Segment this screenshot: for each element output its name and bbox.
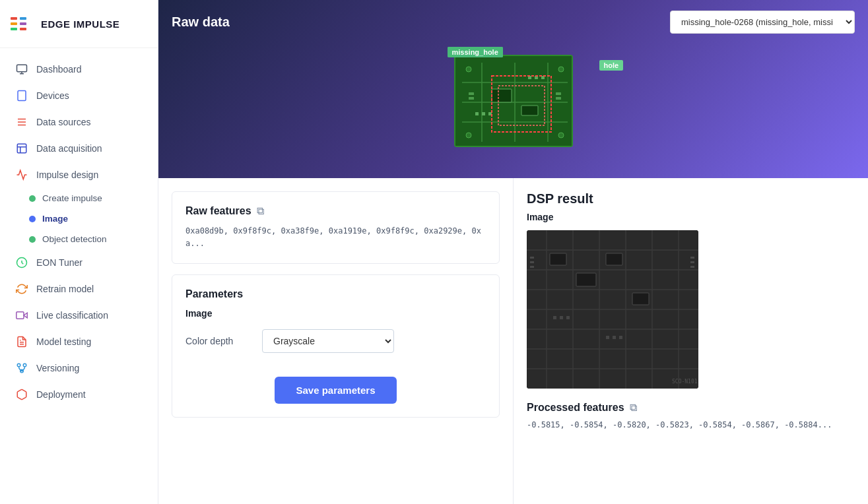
svg-rect-69 [530, 266, 534, 268]
dsp-circuit-svg: SCO-N101 [527, 230, 698, 389]
save-parameters-button[interactable]: Save parameters [275, 377, 396, 404]
svg-point-21 [17, 363, 20, 367]
sidebar-item-deployment[interactable]: Deployment [0, 381, 158, 408]
svg-rect-1 [11, 22, 17, 25]
sidebar-item-retrain-model[interactable]: Retrain model [0, 276, 158, 302]
sidebar-item-label: Versioning [36, 363, 79, 373]
live-icon [15, 309, 28, 322]
logo-text: EDGE IMPULSE [41, 18, 119, 30]
main-content: Raw data missing_hole-0268 (missing_hole… [158, 0, 868, 504]
processed-features-text: -0.5815, -0.5854, -0.5820, -0.5823, -0.5… [527, 419, 855, 431]
sidebar-item-label: Create impulse [42, 193, 102, 203]
logo-icon [11, 12, 34, 36]
svg-rect-0 [11, 17, 17, 20]
raw-features-title: Raw features [185, 205, 251, 217]
parameters-section: Parameters Image Color depth Grayscale R… [172, 274, 500, 418]
svg-rect-6 [17, 65, 27, 72]
sidebar-item-label: Object detection [42, 234, 107, 244]
sidebar-item-live-classification[interactable]: Live classification [0, 302, 158, 329]
svg-point-27 [558, 133, 564, 138]
sidebar-item-data-sources[interactable]: Data sources [0, 109, 158, 135]
params-image-label: Image [185, 308, 486, 319]
svg-rect-40 [475, 112, 479, 115]
svg-rect-65 [606, 253, 622, 265]
dsp-result-title: DSP result [527, 191, 855, 206]
svg-rect-34 [492, 89, 512, 102]
dsp-image-label: Image [527, 212, 855, 222]
copy-processed-icon[interactable]: ⧉ [630, 402, 637, 414]
svg-point-22 [23, 363, 26, 367]
sidebar-item-label: Data acquisition [36, 143, 102, 154]
color-depth-label: Color depth [185, 336, 251, 346]
sidebar-item-image[interactable]: Image [0, 208, 158, 229]
svg-point-26 [466, 133, 471, 138]
sidebar-item-dashboard[interactable]: Dashboard [0, 56, 158, 82]
svg-rect-37 [469, 97, 474, 100]
versioning-icon [15, 362, 28, 375]
testing-icon [15, 335, 28, 348]
raw-data-header: Raw data missing_hole-0268 (missing_hole… [172, 11, 855, 34]
parameters-title: Parameters [185, 288, 243, 300]
color-depth-select[interactable]: Grayscale RGB [262, 329, 394, 353]
sidebar-item-data-acquisition[interactable]: Data acquisition [0, 135, 158, 162]
dsp-image: SCO-N101 [527, 230, 698, 389]
sidebar-item-label: Model testing [36, 336, 91, 347]
pcb-image-container: missing_hole missing_hole hole [454, 55, 573, 147]
processed-features-title: Processed features [527, 402, 624, 414]
svg-rect-14 [17, 144, 26, 153]
dot-icon [29, 195, 36, 202]
data-sources-icon [15, 115, 28, 129]
tablet-icon [15, 89, 28, 102]
svg-rect-2 [11, 28, 17, 30]
svg-rect-74 [560, 316, 563, 319]
svg-point-24 [466, 67, 471, 72]
sample-select[interactable]: missing_hole-0268 (missing_hole, missi [670, 11, 855, 34]
sidebar-item-label: Dashboard [36, 64, 82, 75]
copy-icon[interactable]: ⧉ [257, 205, 264, 217]
svg-rect-35 [521, 106, 538, 115]
svg-rect-9 [18, 91, 26, 101]
svg-rect-38 [556, 92, 561, 95]
image-preview-area: missing_hole missing_hole hole [454, 34, 573, 168]
sidebar-item-model-testing[interactable]: Model testing [0, 329, 158, 355]
svg-rect-72 [690, 266, 694, 268]
pcb-image [454, 55, 573, 147]
data-acq-icon [15, 142, 28, 155]
dot-icon [29, 216, 36, 222]
svg-rect-67 [530, 257, 534, 259]
processed-features-header: Processed features ⧉ [527, 402, 855, 414]
svg-rect-4 [20, 22, 26, 25]
sidebar: EDGE IMPULSE Dashboard Devices Data sour… [0, 0, 158, 504]
eon-icon [15, 256, 28, 269]
svg-rect-78 [619, 336, 622, 339]
raw-features-text: 0xa08d9b, 0x9f8f9c, 0xa38f9e, 0xa1919e, … [185, 225, 486, 250]
sidebar-item-label: Devices [36, 90, 69, 101]
sidebar-item-versioning[interactable]: Versioning [0, 355, 158, 381]
label-tag-2: missing_hole [448, 47, 503, 57]
parameters-header: Parameters [185, 288, 486, 300]
sidebar-item-object-detection[interactable]: Object detection [0, 229, 158, 249]
raw-data-section: Raw data missing_hole-0268 (missing_hole… [158, 0, 868, 178]
color-depth-row: Color depth Grayscale RGB [185, 329, 486, 353]
svg-rect-17 [17, 312, 24, 319]
raw-features-section: Raw features ⧉ 0xa08d9b, 0x9f8f9c, 0xa38… [172, 191, 500, 264]
svg-rect-64 [576, 273, 596, 286]
retrain-icon [15, 282, 28, 296]
svg-rect-39 [556, 97, 561, 100]
sidebar-item-eon-tuner[interactable]: EON Tuner [0, 249, 158, 276]
sidebar-item-devices[interactable]: Devices [0, 82, 158, 109]
sidebar-item-label: Retrain model [36, 284, 94, 294]
sidebar-item-label: EON Tuner [36, 257, 83, 268]
svg-rect-63 [550, 253, 566, 265]
sidebar-item-create-impulse[interactable]: Create impulse [0, 188, 158, 208]
label-tag-3: hole [599, 60, 624, 71]
svg-rect-75 [566, 316, 570, 319]
sidebar-item-impulse-design[interactable]: Impulse design [0, 162, 158, 188]
monitor-icon [15, 63, 28, 76]
pcb-circuit-svg [455, 56, 573, 147]
sidebar-item-label: Impulse design [36, 170, 98, 180]
sidebar-nav: Dashboard Devices Data sources Data acqu… [0, 48, 158, 504]
svg-rect-36 [469, 92, 474, 95]
impulse-icon [15, 168, 28, 181]
raw-data-title: Raw data [172, 15, 230, 30]
